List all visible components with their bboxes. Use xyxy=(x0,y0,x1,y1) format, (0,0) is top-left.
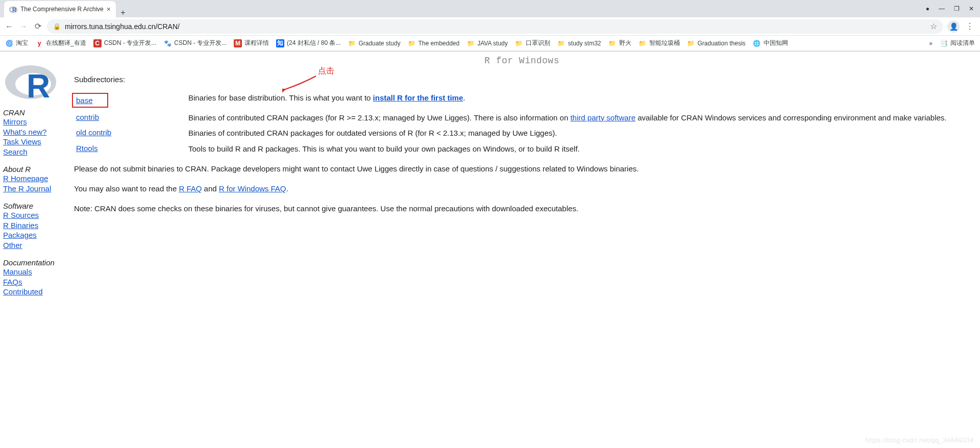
bookmark-item[interactable]: 🌀淘宝 xyxy=(5,39,28,47)
minimize-button[interactable]: — xyxy=(939,5,945,12)
sidebar-heading: CRAN xyxy=(3,108,70,117)
inline-link[interactable]: install R for the first time xyxy=(373,93,463,102)
subdir-desc: Binaries of contributed CRAN packages fo… xyxy=(188,128,970,138)
subdirectories-label: Subdirectories: xyxy=(74,75,970,84)
bookmark-item[interactable]: y在线翻译_有道 xyxy=(35,39,86,47)
para2-pre: You may also want to read the xyxy=(74,184,179,193)
bookmark-item[interactable]: 🐾CSDN - 专业开发... xyxy=(163,39,227,47)
r-windows-faq-link[interactable]: R for Windows FAQ xyxy=(219,184,286,193)
bookmark-label: CSDN - 专业开发... xyxy=(104,39,157,47)
sidebar-link[interactable]: Task Views xyxy=(3,137,70,147)
sidebar-link[interactable]: Other xyxy=(3,240,70,251)
browser-chrome: R The Comprehensive R Archive × + ● — ❐ … xyxy=(0,0,980,52)
bookmark-item[interactable]: M课程详情 xyxy=(234,39,269,47)
sidebar-link[interactable]: R Sources xyxy=(3,210,70,220)
bookmark-item[interactable]: 📁野火 xyxy=(608,39,631,47)
sidebar-heading: Software xyxy=(3,202,70,210)
paragraph-1: Please do not submit binaries to CRAN. P… xyxy=(74,163,970,174)
r-faq-link[interactable]: R FAQ xyxy=(179,184,202,193)
page-content: R CRANMirrorsWhat's new?Task ViewsSearch… xyxy=(0,52,980,301)
sidebar: R CRANMirrorsWhat's new?Task ViewsSearch… xyxy=(0,52,74,301)
subdir-link-Rtools[interactable]: Rtools xyxy=(76,144,98,153)
inline-link[interactable]: third party software xyxy=(570,113,635,122)
bookmark-item[interactable]: 🌐中国知网 xyxy=(753,39,788,47)
subdirectories-table: baseBinaries for base distribution. This… xyxy=(76,93,970,154)
bookmark-label: Graduate study xyxy=(358,40,400,47)
sidebar-link[interactable]: Mirrors xyxy=(3,117,70,127)
tab-strip: R The Comprehensive R Archive × + ● — ❐ … xyxy=(0,0,980,17)
browser-menu-icon[interactable]: ⋮ xyxy=(964,21,976,31)
forward-button[interactable]: → xyxy=(18,22,29,31)
maximize-button[interactable]: ❐ xyxy=(954,5,960,12)
bookmark-label: The embedded xyxy=(418,40,459,47)
bookmark-item[interactable]: 📁智能垃圾桶 xyxy=(639,39,680,47)
close-window-button[interactable]: ✕ xyxy=(969,5,974,12)
bookmarks-bar: 🌀淘宝y在线翻译_有道CCSDN - 专业开发...🐾CSDN - 专业开发..… xyxy=(0,36,980,51)
lock-icon: 🔒 xyxy=(53,23,61,30)
bookmark-label: study stm32 xyxy=(568,40,601,47)
bookmark-item[interactable]: 📁口罩识别 xyxy=(515,39,550,47)
bookmark-item[interactable]: 知(24 封私信 / 80 条... xyxy=(276,39,340,47)
subdir-link-old-contrib[interactable]: old contrib xyxy=(76,128,111,137)
sidebar-link[interactable]: R Homepage xyxy=(3,173,70,184)
sidebar-link[interactable]: R Binaries xyxy=(3,220,70,231)
back-button[interactable]: ← xyxy=(4,22,14,31)
window-controls: ● — ❐ ✕ xyxy=(926,0,980,17)
para2-mid: and xyxy=(202,184,218,193)
sidebar-heading: Documentation xyxy=(3,258,70,267)
dark-dot-icon[interactable]: ● xyxy=(926,5,929,12)
bookmark-label: CSDN - 专业开发... xyxy=(174,39,227,47)
bookmark-item[interactable]: CCSDN - 专业开发... xyxy=(93,39,157,47)
bookmark-star-icon[interactable]: ☆ xyxy=(930,21,937,31)
bookmark-item[interactable]: 📁Graduation thesis xyxy=(687,39,746,47)
sidebar-link[interactable]: Packages xyxy=(3,230,70,240)
para2-post: . xyxy=(286,184,288,193)
bookmark-item[interactable]: 📁study stm32 xyxy=(557,39,601,47)
sidebar-link[interactable]: What's new? xyxy=(3,127,70,137)
tab-close-icon[interactable]: × xyxy=(107,5,111,13)
sidebar-heading: About R xyxy=(3,165,70,173)
url-box[interactable]: 🔒 mirrors.tuna.tsinghua.edu.cn/CRAN/ ☆ xyxy=(47,19,943,34)
bookmark-label: 在线翻译_有道 xyxy=(46,39,86,47)
reading-list[interactable]: 📑阅读清单 xyxy=(940,39,975,47)
address-bar: ← → ⟳ 🔒 mirrors.tuna.tsinghua.edu.cn/CRA… xyxy=(0,17,980,36)
sidebar-link[interactable]: FAQs xyxy=(3,277,70,287)
paragraph-2: You may also want to read the R FAQ and … xyxy=(74,183,970,194)
bookmark-label: 课程详情 xyxy=(244,39,269,47)
subdir-desc: Tools to build R and R packages. This is… xyxy=(188,144,970,154)
bookmark-item[interactable]: 📁JAVA study xyxy=(467,39,508,47)
bookmark-label: JAVA study xyxy=(477,40,508,47)
browser-tab[interactable]: R The Comprehensive R Archive × xyxy=(4,1,116,17)
bookmark-label: 智能垃圾桶 xyxy=(649,39,680,47)
bookmark-item[interactable]: 📁The embedded xyxy=(407,39,459,47)
bookmark-label: 口罩识别 xyxy=(526,39,550,47)
subdir-desc: Binaries for base distribution. This is … xyxy=(188,93,970,108)
page-title: R for Windows xyxy=(74,56,970,66)
url-text: mirrors.tuna.tsinghua.edu.cn/CRAN/ xyxy=(65,22,926,31)
svg-text:R: R xyxy=(12,7,16,13)
tab-title: The Comprehensive R Archive xyxy=(20,6,104,13)
bookmarks-overflow[interactable]: » xyxy=(929,40,933,47)
svg-text:R: R xyxy=(27,68,50,102)
annotation-label: 点击 xyxy=(318,66,334,77)
bookmark-label: (24 封私信 / 80 条... xyxy=(287,39,340,47)
new-tab-button[interactable]: + xyxy=(116,8,130,17)
subdir-link-contrib[interactable]: contrib xyxy=(76,113,99,121)
bookmark-label: 淘宝 xyxy=(16,39,28,47)
sidebar-link[interactable]: Search xyxy=(3,147,70,157)
bookmark-label: Graduation thesis xyxy=(698,40,746,47)
reload-button[interactable]: ⟳ xyxy=(33,21,43,31)
r-logo: R xyxy=(4,58,70,103)
sidebar-link[interactable]: Manuals xyxy=(3,267,70,277)
sidebar-link[interactable]: The R Journal xyxy=(3,184,70,194)
bookmark-label: 野火 xyxy=(619,39,631,47)
subdir-link-base[interactable]: base xyxy=(72,93,108,108)
r-favicon: R xyxy=(9,5,17,13)
main-content: R for Windows 点击 Subdirectories: baseBin… xyxy=(74,52,980,301)
annotation-arrow-icon xyxy=(282,74,319,93)
paragraph-3: Note: CRAN does some checks on these bin… xyxy=(74,203,970,214)
subdir-desc: Binaries of contributed CRAN packages (f… xyxy=(188,113,970,123)
profile-avatar[interactable]: 👤 xyxy=(947,20,960,33)
sidebar-link[interactable]: Contributed xyxy=(3,287,70,297)
bookmark-item[interactable]: 📁Graduate study xyxy=(348,39,400,47)
